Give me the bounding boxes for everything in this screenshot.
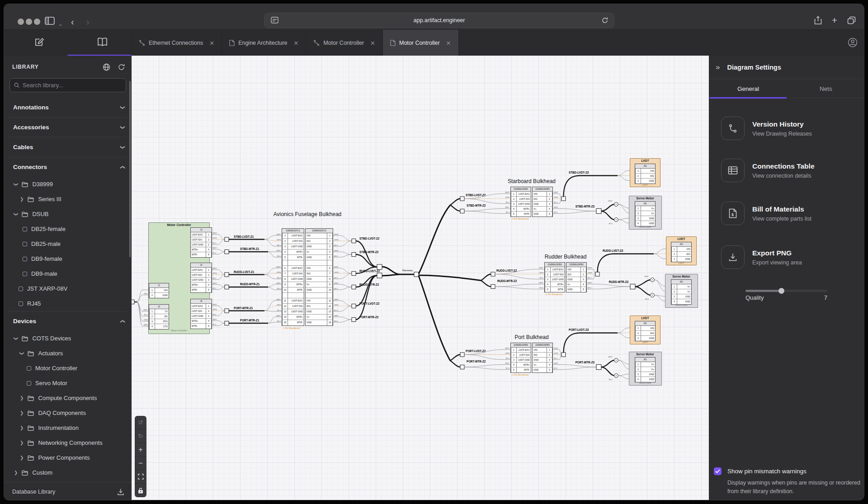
connector-node[interactable] — [460, 365, 464, 369]
chevron-icon[interactable]: ❯ — [14, 212, 18, 216]
forward-icon[interactable]: › — [86, 17, 90, 27]
connector-node[interactable] — [352, 285, 356, 289]
bundle-junction[interactable] — [377, 264, 382, 269]
zoom-in-button[interactable]: + — [135, 443, 146, 457]
connector-table[interactable]: J4LVDT-EXC1LVDT-SIG2LVDT-GND3MTR+4MTR-5 — [190, 263, 212, 293]
part-checkbox[interactable] — [19, 301, 23, 306]
connector-table[interactable]: J3LVDT-EXC1LVDT-SIG2LVDT-GND3MTR+4MTR-5 — [190, 227, 212, 258]
action-bill-of-materials[interactable]: $Bill of MaterialsView complete parts li… — [721, 202, 811, 225]
part-checkbox[interactable] — [23, 272, 27, 276]
library-section-connectors[interactable]: Connectors❯ — [4, 157, 132, 177]
tree-item-rj45[interactable]: RJ45 — [4, 296, 132, 311]
tab-ethernet-connections[interactable]: Ethernet Connections✕ — [132, 30, 222, 56]
library-section-annotations[interactable]: Annotations❯ — [4, 98, 132, 117]
refresh-icon[interactable] — [118, 63, 125, 71]
part-checkbox[interactable] — [23, 257, 27, 261]
download-icon[interactable] — [117, 488, 124, 495]
raceway-node[interactable] — [414, 272, 419, 277]
connector-node[interactable] — [460, 197, 464, 201]
connector-node[interactable] — [596, 365, 601, 370]
connector-table[interactable]: D38999/20FB91LVDT-EXC2LVDT-SIG3LVDT-GND4… — [544, 262, 565, 292]
chevron-icon[interactable]: ❯ — [20, 411, 24, 415]
chevron-icon[interactable]: ❯ — [20, 456, 24, 460]
part-checkbox[interactable] — [23, 242, 27, 246]
tab-nets[interactable]: Nets — [787, 79, 864, 98]
action-connections-table[interactable]: Connections TableView connection details — [721, 159, 815, 182]
tab-engine-architecture[interactable]: Engine Architecture✕ — [222, 30, 306, 56]
back-icon[interactable]: ‹ — [71, 17, 74, 27]
connector-node[interactable] — [225, 321, 229, 325]
action-export-png[interactable]: Export PNGExport viewing area — [721, 245, 802, 269]
connector-node[interactable] — [352, 239, 356, 243]
chevron-icon[interactable]: ❯ — [20, 426, 24, 430]
tree-item-compute-components[interactable]: ❯Compute Components — [4, 391, 132, 405]
redo-button[interactable]: ↻ — [135, 429, 146, 443]
tab-overview-icon[interactable] — [847, 16, 856, 24]
traffic-light-minimize[interactable] — [26, 19, 32, 25]
connector-table[interactable]: D38999/20FB91LVDT-EXC2LVDT-SIG3LVDT-GND4… — [510, 343, 531, 373]
tree-item-networking-components[interactable]: ❯Networking Components — [4, 435, 132, 450]
tab-motor-controller[interactable]: Motor Controller✕ — [383, 30, 459, 56]
traffic-light-zoom[interactable] — [34, 19, 40, 25]
tree-item-db25-male[interactable]: DB25-male — [4, 236, 132, 251]
connector-table[interactable]: D38999/26FB9VIN1SIG2GND3V+4GND5 — [532, 343, 553, 373]
connector-table[interactable]: D38999/26FB9VIN1SIG2GND3V+4GND5 — [566, 262, 587, 292]
connector-node[interactable] — [225, 237, 229, 241]
chevron-icon[interactable]: ❯ — [14, 336, 18, 340]
library-section-accessories[interactable]: Accessories❯ — [4, 118, 132, 137]
part-checkbox[interactable] — [27, 381, 31, 386]
connector-node[interactable] — [352, 272, 356, 276]
connector-table[interactable]: J21TX2RX3RTS4CTS — [149, 304, 169, 330]
tree-item-custom[interactable]: ❯Custom — [4, 465, 132, 480]
connector-table[interactable]: J811V+2V+3GND4GND — [671, 279, 692, 305]
sidebar-dropdown-chevron-icon[interactable]: ⌄ — [58, 19, 62, 29]
quality-slider[interactable] — [745, 290, 827, 292]
pin-warning-checkbox[interactable] — [714, 467, 722, 475]
connector-node[interactable] — [225, 309, 229, 313]
chevron-icon[interactable]: ❯ — [14, 182, 18, 186]
connector-table[interactable]: J811VIN2SIG3GND — [635, 321, 656, 341]
fit-view-button[interactable] — [135, 470, 146, 484]
tree-item-daq-components[interactable]: ❯DAQ Components — [4, 405, 132, 420]
tree-item-db25-female[interactable]: DB25-female — [4, 221, 132, 236]
tree-item-db9-female[interactable]: DB9-female — [4, 251, 132, 266]
tab-general[interactable]: General — [709, 79, 787, 98]
tree-item-power-components[interactable]: ❯Power Components — [4, 450, 132, 465]
reload-icon[interactable] — [601, 17, 609, 24]
connector-table[interactable]: J5LVDT-EXC1LVDT-SIG2LVDT-GND3MTR+4MTR-5 — [190, 299, 212, 329]
compose-icon[interactable] — [35, 38, 44, 47]
tree-item-db9-male[interactable]: DB9-male — [4, 266, 132, 281]
new-tab-icon[interactable]: + — [832, 16, 837, 25]
close-tab-icon[interactable]: ✕ — [370, 40, 375, 47]
page-format-icon[interactable] — [271, 17, 278, 24]
close-tab-icon[interactable]: ✕ — [294, 40, 299, 47]
lock-button[interactable] — [135, 484, 146, 497]
connector-table[interactable]: J811VIN2SIG3GND — [671, 242, 692, 262]
tab-motor-controller[interactable]: Motor Controller✕ — [306, 30, 383, 56]
connector-node[interactable] — [491, 285, 495, 289]
connector-node[interactable] — [225, 285, 229, 289]
connector-table[interactable]: J811V+2V+3GND4GND — [635, 357, 656, 382]
chevron-icon[interactable]: ❯ — [14, 471, 18, 475]
connector-table[interactable]: D38999/26FC31LVDT-EXC2LVDT-SIG3LVDT-GND4… — [282, 228, 304, 326]
diagram-canvas[interactable]: BLKWHTBLUGRNBRNWHTGRNBLUWHTBLUSTBD-LVDT-… — [132, 56, 709, 500]
zoom-out-button[interactable]: − — [135, 457, 146, 470]
book-icon[interactable] — [97, 38, 108, 47]
connector-node[interactable] — [352, 318, 356, 322]
tree-item-cots-devices[interactable]: ❯COTS Devices — [4, 331, 132, 346]
action-version-history[interactable]: Version HistoryView Drawing Releases — [721, 117, 812, 140]
search-input[interactable] — [23, 82, 122, 89]
bundle-junction[interactable] — [377, 273, 382, 278]
traffic-light-close[interactable] — [18, 19, 24, 25]
tree-item-motor-controller[interactable]: Motor Controller — [4, 361, 132, 376]
connector-table[interactable]: J11VIN2GND — [149, 283, 169, 298]
part-checkbox[interactable] — [23, 227, 27, 231]
chevron-icon[interactable]: ❯ — [19, 351, 24, 355]
close-tab-icon[interactable]: ✕ — [446, 40, 451, 47]
sidebar-toggle-icon[interactable] — [45, 17, 55, 25]
connector-node[interactable] — [225, 273, 229, 277]
tree-item-d38999[interactable]: ❯D38999 — [4, 177, 132, 192]
part-checkbox[interactable] — [27, 366, 31, 371]
connector-node[interactable] — [460, 209, 464, 213]
connector-table[interactable]: D38999/26FB9VIN1SIG2GND3V+4GND5 — [532, 187, 553, 217]
